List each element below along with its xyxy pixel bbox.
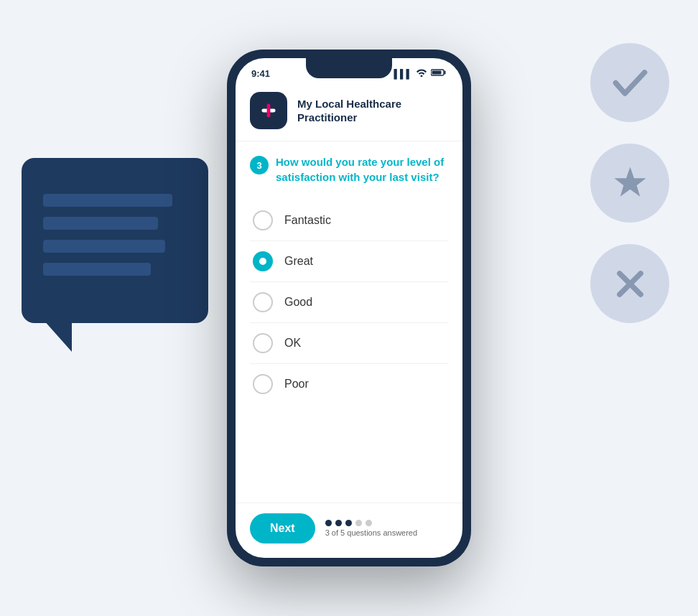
option-ok[interactable]: OK xyxy=(250,323,448,364)
decorative-circles xyxy=(590,43,669,323)
question-number: 3 xyxy=(250,156,269,174)
dot-1 xyxy=(325,520,332,526)
label-fantastic: Fantastic xyxy=(284,214,331,227)
svg-marker-0 xyxy=(614,167,646,196)
chat-line-1 xyxy=(43,194,172,207)
chat-bubble-decoration xyxy=(22,158,208,323)
phone-wrapper: 9:41 ▌▌▌ xyxy=(227,50,471,566)
status-icons: ▌▌▌ xyxy=(394,68,447,79)
phone-notch xyxy=(306,58,392,78)
dot-5 xyxy=(366,520,372,526)
option-fantastic[interactable]: Fantastic xyxy=(250,200,448,241)
radio-fantastic[interactable] xyxy=(253,210,273,230)
app-logo xyxy=(250,92,287,129)
label-ok: OK xyxy=(284,337,301,350)
wifi-icon xyxy=(416,68,427,79)
question-header: 3 How would you rate your level of satis… xyxy=(250,154,448,185)
app-title: My Local Healthcare Practitioner xyxy=(297,97,448,125)
status-time: 9:41 xyxy=(251,68,270,79)
cross-icon xyxy=(610,264,650,304)
app-logo-icon xyxy=(257,99,280,122)
radio-great[interactable] xyxy=(253,251,273,271)
dot-2 xyxy=(335,520,342,526)
checkmark-icon xyxy=(610,63,650,103)
progress-text: 3 of 5 questions answered xyxy=(325,528,417,537)
svg-rect-4 xyxy=(432,71,442,75)
chat-line-2 xyxy=(43,217,158,230)
survey-content: 3 How would you rate your level of satis… xyxy=(236,141,462,503)
star-icon xyxy=(610,164,650,203)
chat-line-4 xyxy=(43,263,151,276)
svg-rect-7 xyxy=(267,103,271,117)
question-text: How would you rate your level of satisfa… xyxy=(276,154,448,185)
signal-icon: ▌▌▌ xyxy=(394,69,412,79)
next-button[interactable]: Next xyxy=(250,513,315,543)
radio-poor[interactable] xyxy=(253,374,273,394)
progress-dots xyxy=(325,520,417,526)
cross-circle xyxy=(590,244,669,323)
phone-frame: 9:41 ▌▌▌ xyxy=(227,50,471,566)
survey-footer: Next 3 of 5 questions answered xyxy=(236,503,462,558)
label-good: Good xyxy=(284,296,312,309)
app-header: My Local Healthcare Practitioner xyxy=(236,83,462,141)
option-poor[interactable]: Poor xyxy=(250,364,448,404)
option-good[interactable]: Good xyxy=(250,282,448,323)
label-great: Great xyxy=(284,255,313,268)
dot-3 xyxy=(345,520,352,526)
checkmark-circle xyxy=(590,43,669,122)
battery-icon xyxy=(431,68,447,79)
radio-options: Fantastic Great Good OK xyxy=(250,200,448,404)
footer-info: 3 of 5 questions answered xyxy=(325,520,417,537)
label-poor: Poor xyxy=(284,378,309,391)
phone-screen: 9:41 ▌▌▌ xyxy=(236,58,462,558)
radio-ok[interactable] xyxy=(253,333,273,353)
option-great[interactable]: Great xyxy=(250,241,448,282)
radio-good[interactable] xyxy=(253,292,273,312)
chat-line-3 xyxy=(43,240,165,253)
star-circle xyxy=(590,144,669,223)
dot-4 xyxy=(355,520,362,526)
